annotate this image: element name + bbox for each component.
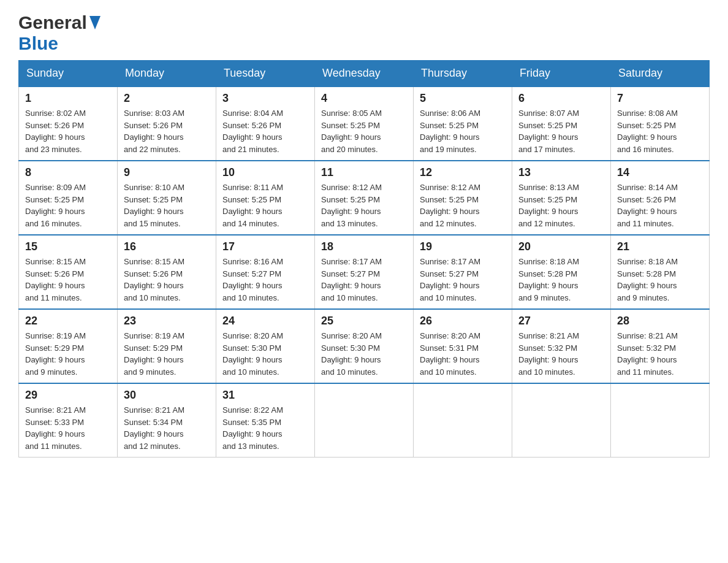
day-number: 29 xyxy=(25,389,111,402)
day-cell: 11Sunrise: 8:12 AMSunset: 5:25 PMDayligh… xyxy=(315,161,414,235)
week-row-2: 8Sunrise: 8:09 AMSunset: 5:25 PMDaylight… xyxy=(19,161,710,235)
day-info: Sunrise: 8:20 AMSunset: 5:31 PMDaylight:… xyxy=(420,330,506,378)
day-cell: 10Sunrise: 8:11 AMSunset: 5:25 PMDayligh… xyxy=(216,161,315,235)
day-info: Sunrise: 8:21 AMSunset: 5:33 PMDaylight:… xyxy=(25,404,111,452)
day-cell: 8Sunrise: 8:09 AMSunset: 5:25 PMDaylight… xyxy=(19,161,118,235)
day-number: 5 xyxy=(420,92,506,105)
day-cell xyxy=(414,383,512,458)
day-info: Sunrise: 8:04 AMSunset: 5:26 PMDaylight:… xyxy=(222,107,308,155)
logo-blue-text: Blue xyxy=(18,33,58,54)
day-info: Sunrise: 8:09 AMSunset: 5:25 PMDaylight:… xyxy=(25,182,111,229)
day-cell: 13Sunrise: 8:13 AMSunset: 5:25 PMDayligh… xyxy=(512,161,611,235)
logo-general-text: General xyxy=(18,12,87,33)
header-day-friday: Friday xyxy=(512,61,611,87)
day-number: 13 xyxy=(518,166,604,179)
day-number: 12 xyxy=(420,166,506,179)
day-number: 1 xyxy=(25,92,111,105)
day-number: 24 xyxy=(222,315,308,327)
day-cell: 18Sunrise: 8:17 AMSunset: 5:27 PMDayligh… xyxy=(315,235,414,309)
day-info: Sunrise: 8:17 AMSunset: 5:27 PMDaylight:… xyxy=(321,256,407,304)
day-number: 19 xyxy=(420,240,506,253)
day-info: Sunrise: 8:12 AMSunset: 5:25 PMDaylight:… xyxy=(321,182,407,229)
day-number: 11 xyxy=(321,166,407,179)
header-day-wednesday: Wednesday xyxy=(315,61,414,87)
day-info: Sunrise: 8:03 AMSunset: 5:26 PMDaylight:… xyxy=(124,107,210,155)
day-info: Sunrise: 8:11 AMSunset: 5:25 PMDaylight:… xyxy=(222,182,308,229)
header-day-saturday: Saturday xyxy=(611,61,710,87)
day-info: Sunrise: 8:17 AMSunset: 5:27 PMDaylight:… xyxy=(420,256,506,304)
day-cell: 21Sunrise: 8:18 AMSunset: 5:28 PMDayligh… xyxy=(611,235,710,309)
day-cell: 24Sunrise: 8:20 AMSunset: 5:30 PMDayligh… xyxy=(216,309,315,383)
day-info: Sunrise: 8:06 AMSunset: 5:25 PMDaylight:… xyxy=(420,107,506,155)
day-info: Sunrise: 8:19 AMSunset: 5:29 PMDaylight:… xyxy=(124,330,210,378)
day-number: 30 xyxy=(124,389,210,402)
day-info: Sunrise: 8:16 AMSunset: 5:27 PMDaylight:… xyxy=(222,256,308,304)
day-info: Sunrise: 8:22 AMSunset: 5:35 PMDaylight:… xyxy=(222,404,308,452)
day-info: Sunrise: 8:08 AMSunset: 5:25 PMDaylight:… xyxy=(617,107,703,155)
day-info: Sunrise: 8:07 AMSunset: 5:25 PMDaylight:… xyxy=(518,107,604,155)
day-number: 28 xyxy=(617,315,703,327)
day-cell: 4Sunrise: 8:05 AMSunset: 5:25 PMDaylight… xyxy=(315,86,414,161)
day-cell: 12Sunrise: 8:12 AMSunset: 5:25 PMDayligh… xyxy=(414,161,512,235)
week-row-5: 29Sunrise: 8:21 AMSunset: 5:33 PMDayligh… xyxy=(19,383,710,458)
svg-marker-0 xyxy=(89,16,100,29)
day-info: Sunrise: 8:19 AMSunset: 5:29 PMDaylight:… xyxy=(25,330,111,378)
header-day-sunday: Sunday xyxy=(19,61,118,87)
day-number: 21 xyxy=(617,240,703,253)
day-number: 16 xyxy=(124,240,210,253)
day-number: 6 xyxy=(518,92,604,105)
day-info: Sunrise: 8:15 AMSunset: 5:26 PMDaylight:… xyxy=(124,256,210,304)
day-info: Sunrise: 8:13 AMSunset: 5:25 PMDaylight:… xyxy=(518,182,604,229)
day-info: Sunrise: 8:20 AMSunset: 5:30 PMDaylight:… xyxy=(321,330,407,378)
day-number: 2 xyxy=(124,92,210,105)
day-number: 7 xyxy=(617,92,703,105)
day-info: Sunrise: 8:10 AMSunset: 5:25 PMDaylight:… xyxy=(124,182,210,229)
day-number: 23 xyxy=(124,315,210,327)
week-row-3: 15Sunrise: 8:15 AMSunset: 5:26 PMDayligh… xyxy=(19,235,710,309)
day-info: Sunrise: 8:21 AMSunset: 5:32 PMDaylight:… xyxy=(617,330,703,378)
day-cell: 25Sunrise: 8:20 AMSunset: 5:30 PMDayligh… xyxy=(315,309,414,383)
day-cell: 5Sunrise: 8:06 AMSunset: 5:25 PMDaylight… xyxy=(414,86,512,161)
day-cell: 22Sunrise: 8:19 AMSunset: 5:29 PMDayligh… xyxy=(19,309,118,383)
day-cell: 3Sunrise: 8:04 AMSunset: 5:26 PMDaylight… xyxy=(216,86,315,161)
day-number: 22 xyxy=(25,315,111,327)
day-number: 4 xyxy=(321,92,407,105)
day-cell xyxy=(512,383,611,458)
week-row-4: 22Sunrise: 8:19 AMSunset: 5:29 PMDayligh… xyxy=(19,309,710,383)
day-cell: 30Sunrise: 8:21 AMSunset: 5:34 PMDayligh… xyxy=(118,383,216,458)
day-cell xyxy=(315,383,414,458)
day-number: 17 xyxy=(222,240,308,253)
header-day-tuesday: Tuesday xyxy=(216,61,315,87)
day-cell: 7Sunrise: 8:08 AMSunset: 5:25 PMDaylight… xyxy=(611,86,710,161)
day-cell: 20Sunrise: 8:18 AMSunset: 5:28 PMDayligh… xyxy=(512,235,611,309)
day-cell: 31Sunrise: 8:22 AMSunset: 5:35 PMDayligh… xyxy=(216,383,315,458)
day-info: Sunrise: 8:20 AMSunset: 5:30 PMDaylight:… xyxy=(222,330,308,378)
day-cell: 23Sunrise: 8:19 AMSunset: 5:29 PMDayligh… xyxy=(118,309,216,383)
day-number: 18 xyxy=(321,240,407,253)
logo: General Blue xyxy=(18,12,100,54)
page-header: General Blue xyxy=(18,12,710,54)
day-cell xyxy=(611,383,710,458)
day-info: Sunrise: 8:18 AMSunset: 5:28 PMDaylight:… xyxy=(518,256,604,304)
day-cell: 6Sunrise: 8:07 AMSunset: 5:25 PMDaylight… xyxy=(512,86,611,161)
header-day-thursday: Thursday xyxy=(414,61,512,87)
day-cell: 27Sunrise: 8:21 AMSunset: 5:32 PMDayligh… xyxy=(512,309,611,383)
day-number: 8 xyxy=(25,166,111,179)
day-info: Sunrise: 8:14 AMSunset: 5:26 PMDaylight:… xyxy=(617,182,703,229)
day-info: Sunrise: 8:21 AMSunset: 5:34 PMDaylight:… xyxy=(124,404,210,452)
day-info: Sunrise: 8:18 AMSunset: 5:28 PMDaylight:… xyxy=(617,256,703,304)
week-row-1: 1Sunrise: 8:02 AMSunset: 5:26 PMDaylight… xyxy=(19,86,710,161)
day-info: Sunrise: 8:12 AMSunset: 5:25 PMDaylight:… xyxy=(420,182,506,229)
header-row: SundayMondayTuesdayWednesdayThursdayFrid… xyxy=(19,61,710,87)
day-cell: 2Sunrise: 8:03 AMSunset: 5:26 PMDaylight… xyxy=(118,86,216,161)
day-cell: 19Sunrise: 8:17 AMSunset: 5:27 PMDayligh… xyxy=(414,235,512,309)
day-number: 20 xyxy=(518,240,604,253)
day-number: 3 xyxy=(222,92,308,105)
day-info: Sunrise: 8:21 AMSunset: 5:32 PMDaylight:… xyxy=(518,330,604,378)
day-info: Sunrise: 8:05 AMSunset: 5:25 PMDaylight:… xyxy=(321,107,407,155)
day-number: 14 xyxy=(617,166,703,179)
day-cell: 16Sunrise: 8:15 AMSunset: 5:26 PMDayligh… xyxy=(118,235,216,309)
day-number: 27 xyxy=(518,315,604,327)
day-number: 31 xyxy=(222,389,308,402)
day-number: 10 xyxy=(222,166,308,179)
